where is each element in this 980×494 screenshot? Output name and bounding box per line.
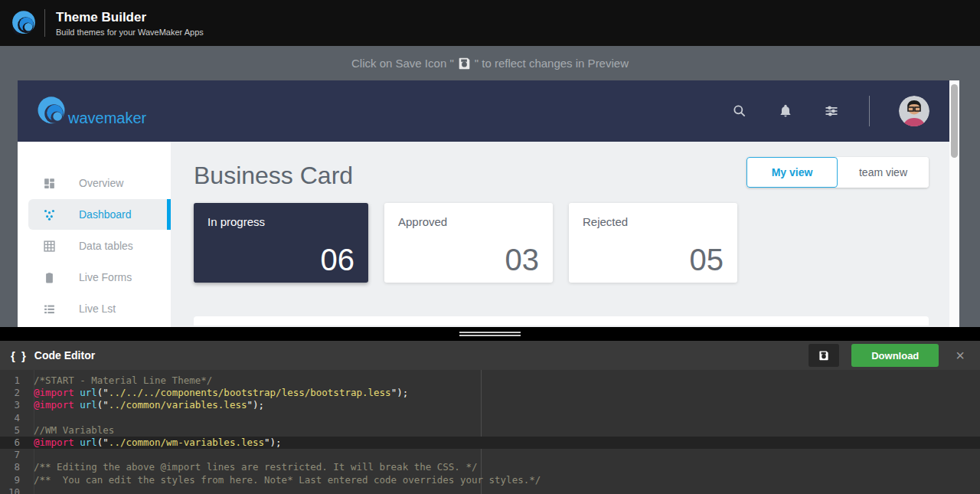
- navbar-divider: [869, 96, 870, 126]
- code-line[interactable]: 8/** Editing the above @import lines are…: [0, 461, 980, 473]
- line-content: //WM Variables: [29, 424, 114, 437]
- card-label: Approved: [398, 215, 539, 228]
- code-line[interactable]: 7: [0, 449, 980, 461]
- card-value: 05: [690, 244, 724, 275]
- code-line[interactable]: 10: [0, 486, 980, 494]
- wavemaker-logo-icon: [8, 7, 40, 39]
- code-line[interactable]: 4: [0, 412, 980, 424]
- card-approved[interactable]: Approved03: [384, 203, 553, 283]
- save-hint-banner: Click on Save Icon " " to reflect change…: [0, 46, 980, 80]
- card-label: In progress: [207, 215, 354, 228]
- brand-name: wavemaker: [68, 110, 146, 127]
- code-line[interactable]: 1/*START - Material Line Theme*/: [0, 375, 980, 387]
- sidebar-item-live-lst[interactable]: Live Lst: [18, 293, 171, 324]
- sidebar-item-label: Live Lst: [79, 303, 116, 315]
- save-icon: [458, 57, 471, 70]
- preview-content: Business Card My viewteam view In progre…: [171, 142, 949, 327]
- line-number: 2: [0, 387, 29, 399]
- code-line[interactable]: 6@import url("../common/wm-variables.les…: [0, 437, 980, 449]
- sidebar-item-label: Dashboard: [79, 208, 132, 221]
- panel-splitter[interactable]: [0, 327, 980, 341]
- preview-sidebar: OverviewDashboardData tablesLive FormsLi…: [18, 142, 171, 327]
- wavemaker-brand-icon: [30, 90, 73, 132]
- line-content: @import url("../../../components/bootstr…: [29, 387, 408, 399]
- status-cards: In progress06Approved03Rejected05: [194, 203, 949, 283]
- search-icon[interactable]: [731, 103, 748, 119]
- app-preview-zone: wavemaker: [0, 80, 980, 327]
- dashboard-icon: [42, 208, 56, 221]
- download-button[interactable]: Download: [851, 344, 939, 367]
- line-number: 3: [0, 399, 29, 411]
- banner-text-before: Click on Save Icon ": [351, 57, 454, 70]
- line-number: 5: [0, 424, 29, 437]
- sidebar-item-dashboard[interactable]: Dashboard: [28, 199, 171, 230]
- save-button[interactable]: [808, 344, 839, 367]
- list-icon: [42, 302, 56, 316]
- code-line[interactable]: 5//WM Variables: [0, 424, 980, 437]
- code-line[interactable]: 9/** You can edit the styles from here. …: [0, 474, 980, 486]
- code-editor-title: Code Editor: [34, 349, 95, 362]
- app-preview-window: wavemaker: [18, 80, 949, 327]
- code-lines: 1/*START - Material Line Theme*/2@import…: [0, 370, 980, 494]
- theme-builder-app: Theme Builder Build themes for your Wave…: [0, 0, 980, 494]
- sidebar-item-live-forms[interactable]: Live Forms: [18, 262, 171, 293]
- line-number: 1: [0, 375, 29, 387]
- braces-icon: { }: [11, 349, 28, 362]
- line-number: 9: [0, 474, 29, 486]
- line-number: 7: [0, 449, 29, 461]
- line-content: @import url("../common/wm-variables.less…: [29, 437, 282, 449]
- banner-text-after: " to reflect changes in Preview: [475, 57, 629, 70]
- card-in-progress[interactable]: In progress06: [194, 203, 368, 283]
- line-content: @import url("../common/variables.less");: [29, 399, 264, 411]
- line-content: [29, 449, 34, 461]
- sidebar-item-label: Data tables: [79, 240, 133, 252]
- sidebar-item-label: Live Forms: [79, 271, 132, 283]
- app-header: Theme Builder Build themes for your Wave…: [0, 0, 980, 46]
- line-content: /** Editing the above @import lines are …: [29, 461, 477, 473]
- sidebar-item-overview[interactable]: Overview: [18, 168, 171, 198]
- page-title: Theme Builder: [56, 9, 204, 25]
- preview-scrollbar[interactable]: [949, 80, 959, 327]
- card-value: 03: [505, 244, 540, 275]
- line-content: [29, 412, 34, 424]
- card-label: Rejected: [583, 215, 724, 228]
- line-number: 4: [0, 412, 29, 424]
- code-editor-area[interactable]: 1/*START - Material Line Theme*/2@import…: [0, 370, 980, 494]
- line-number: 8: [0, 461, 29, 473]
- table-icon: [42, 239, 56, 253]
- code-line[interactable]: 3@import url("../common/variables.less")…: [0, 399, 980, 411]
- bell-icon[interactable]: [777, 103, 794, 119]
- code-editor-header: { } Code Editor Download ×: [0, 341, 980, 370]
- line-content: /*START - Material Line Theme*/: [29, 375, 212, 387]
- sliders-icon[interactable]: [823, 103, 840, 119]
- page-subtitle: Build themes for your WaveMaker Apps: [56, 28, 204, 37]
- line-content: /** You can edit the styles from here. N…: [29, 474, 541, 486]
- sidebar-item-data-tables[interactable]: Data tables: [18, 231, 171, 261]
- splitter-drag-handle[interactable]: [459, 332, 521, 338]
- toggle-team-view[interactable]: team view: [838, 157, 929, 188]
- view-toggle: My viewteam view: [746, 157, 929, 188]
- line-number: 6: [0, 437, 29, 449]
- close-icon[interactable]: ×: [951, 348, 969, 363]
- table-panel-top: [194, 316, 929, 326]
- card-value: 06: [321, 244, 355, 275]
- scrollbar-thumb[interactable]: [951, 84, 958, 158]
- line-content: [29, 486, 34, 494]
- code-line[interactable]: 2@import url("../../../components/bootst…: [0, 387, 980, 399]
- preview-navbar: wavemaker: [18, 80, 949, 142]
- avatar[interactable]: [899, 96, 929, 126]
- toggle-my-view[interactable]: My view: [746, 157, 838, 188]
- sidebar-item-label: Overview: [79, 177, 123, 189]
- header-divider: [44, 9, 45, 37]
- clipboard-icon: [42, 270, 56, 284]
- overview-icon: [42, 176, 56, 190]
- card-rejected[interactable]: Rejected05: [569, 203, 737, 283]
- line-number: 10: [0, 486, 29, 494]
